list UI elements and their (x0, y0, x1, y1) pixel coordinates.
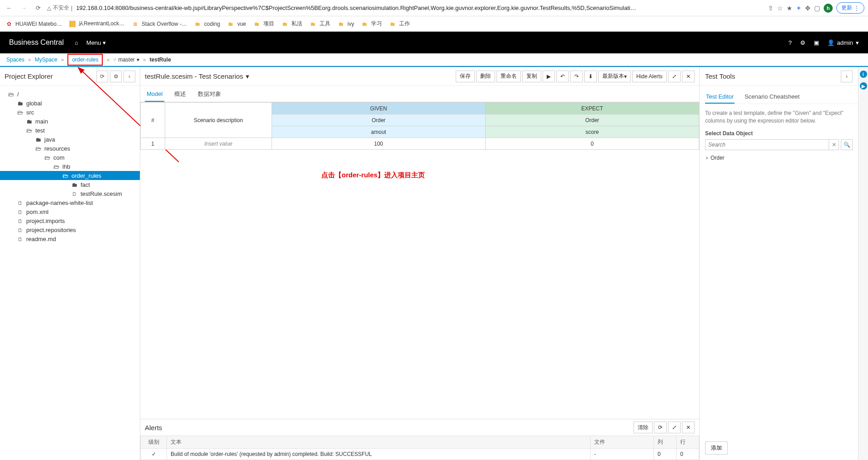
version-dropdown[interactable]: 最新版本 ▾ (598, 71, 631, 82)
tree-file-readme[interactable]: readme.md (0, 234, 140, 243)
camera-icon[interactable]: ▣ (814, 39, 819, 46)
tree-folder-main[interactable]: main (0, 117, 140, 126)
help-icon[interactable]: ? (788, 39, 792, 46)
col-given-header[interactable]: GIVEN (272, 103, 486, 114)
bookmark-item[interactable]: ≣Stack Overflow -… (132, 20, 187, 28)
clear-search-icon[interactable]: ✕ (829, 139, 839, 150)
tree-folder-src[interactable]: src (0, 108, 140, 117)
data-object-order[interactable]: ›Order (705, 153, 853, 163)
expect-field[interactable]: score (486, 126, 699, 138)
clear-alerts-button[interactable]: 清除 (634, 422, 653, 433)
star-outline-icon[interactable]: ☆ (777, 5, 783, 12)
tree-folder-lhb[interactable]: lhb (0, 162, 140, 171)
tree-folder-com[interactable]: com (0, 153, 140, 162)
tree-file-repos[interactable]: project.repositories (0, 225, 140, 234)
play-dock-icon[interactable]: ▶ (860, 82, 867, 90)
tree-file-whitelist[interactable]: package-names-white-list (0, 198, 140, 207)
bookmark-folder[interactable]: 学习 (361, 20, 382, 28)
scenario-table[interactable]: # Scenario description GIVEN EXPECT Orde… (140, 102, 699, 150)
user-menu[interactable]: 👤admin▾ (827, 39, 859, 46)
search-button[interactable]: 🔍 (841, 139, 853, 150)
tree-folder-java[interactable]: java (0, 135, 140, 144)
extension-icon[interactable]: ✶ (796, 5, 801, 12)
alerts-col-level: 级别 (141, 436, 167, 449)
menu-dropdown[interactable]: Menu▾ (86, 39, 106, 46)
col-expect-header[interactable]: EXPECT (486, 103, 699, 114)
save-button[interactable]: 保存 (456, 71, 475, 82)
share-icon[interactable]: ⇧ (768, 5, 773, 12)
tree-folder-order-rules[interactable]: order_rules (0, 171, 140, 180)
bookmark-folder[interactable]: ivy (338, 20, 354, 28)
col-num-header: # (141, 103, 165, 138)
collapse-button[interactable]: ‹ (124, 71, 135, 82)
tree-file-imports[interactable]: project.imports (0, 216, 140, 225)
refresh-alerts-button[interactable]: ⟳ (654, 422, 667, 433)
redo-button[interactable]: ↷ (570, 71, 583, 82)
security-indicator[interactable]: △ 不安全 | (47, 4, 72, 12)
tree-folder-test[interactable]: test (0, 126, 140, 135)
tab-cheatsheet[interactable]: Scenario Cheatsheet (744, 90, 800, 104)
close-alerts-button[interactable]: ✕ (682, 422, 695, 433)
expect-object[interactable]: Order (486, 114, 699, 126)
star-filled-icon[interactable]: ★ (787, 5, 792, 12)
horizontal-scrollbar[interactable] (140, 412, 699, 419)
tab-model[interactable]: Model (145, 87, 164, 102)
hide-alerts-button[interactable]: Hide Alerts (632, 71, 667, 82)
address-bar[interactable]: 192.168.0.104:8080/business-central/kie-… (76, 5, 764, 11)
tree-file-pom[interactable]: pom.xml (0, 207, 140, 216)
bookmark-folder[interactable]: 工作 (389, 20, 410, 28)
maximize-alerts-button[interactable]: ⤢ (668, 422, 681, 433)
refresh-button[interactable]: ⟳ (96, 71, 108, 82)
rename-button[interactable]: 重命名 (496, 71, 521, 82)
tab-test-editor[interactable]: Test Editor (705, 90, 734, 104)
bookmark-folder[interactable]: coding (194, 20, 220, 28)
row-description[interactable]: Insert value (165, 138, 272, 150)
search-input[interactable] (705, 139, 829, 150)
breadcrumb-project[interactable]: order-rules (67, 54, 103, 66)
alert-row[interactable]: ✓ Build of module 'order-rules' (request… (141, 449, 699, 460)
bookmark-item[interactable]: 从ReentrantLock… (69, 20, 124, 28)
back-button[interactable]: ← (4, 3, 14, 14)
delete-button[interactable]: 删除 (476, 71, 495, 82)
bookmark-item[interactable]: ✿HUAWEI Matebo… (5, 20, 62, 28)
tree-root[interactable]: / (0, 90, 140, 99)
tree-folder-fact[interactable]: fact (0, 180, 140, 189)
info-dock-icon[interactable]: i (860, 71, 867, 78)
chevron-right-icon: › (706, 155, 708, 161)
gear-icon[interactable]: ⚙ (800, 39, 806, 46)
panel-icon[interactable]: ▢ (814, 5, 820, 12)
run-button[interactable]: ▶ (543, 71, 555, 82)
bookmark-folder[interactable]: vue (227, 20, 246, 28)
bookmark-folder[interactable]: 工具 (310, 20, 330, 28)
tab-data-objects[interactable]: 数据对象 (196, 86, 223, 102)
download-button[interactable]: ⬇ (584, 71, 597, 82)
puzzle-icon[interactable]: ✥ (805, 5, 811, 12)
tab-overview[interactable]: 概述 (172, 86, 188, 102)
given-field[interactable]: amout (272, 126, 486, 138)
add-button[interactable]: 添加 (705, 441, 728, 455)
file-icon (71, 190, 78, 197)
bookmark-folder[interactable]: 项目 (253, 20, 274, 28)
given-object[interactable]: Order (272, 114, 486, 126)
table-row[interactable]: 1 Insert value 100 0 (141, 138, 699, 150)
maximize-button[interactable]: ⤢ (668, 71, 681, 82)
chevron-down-icon[interactable]: ▾ (246, 72, 249, 81)
close-button[interactable]: ✕ (682, 71, 695, 82)
copy-button[interactable]: 复制 (522, 71, 541, 82)
gear-button[interactable]: ⚙ (110, 71, 122, 82)
tree-file-testrule[interactable]: testRule.scesim (0, 189, 140, 198)
row-expect-value[interactable]: 0 (486, 138, 699, 150)
row-given-value[interactable]: 100 (272, 138, 486, 150)
tree-folder-resources[interactable]: resources (0, 144, 140, 153)
profile-avatar[interactable]: h (824, 4, 833, 13)
tree-folder-global[interactable]: global (0, 99, 140, 108)
bookmark-folder[interactable]: 私活 (281, 20, 302, 28)
branch-selector[interactable]: ⑂master▾ (113, 57, 139, 63)
expand-button[interactable]: › (841, 71, 853, 82)
reload-button[interactable]: ⟳ (33, 3, 43, 14)
home-icon[interactable]: ⌂ (75, 39, 78, 46)
breadcrumb-space[interactable]: MySpace (35, 57, 57, 63)
breadcrumb-spaces[interactable]: Spaces (6, 57, 24, 63)
undo-button[interactable]: ↶ (556, 71, 569, 82)
update-button[interactable]: 更新⋮ (836, 2, 864, 14)
